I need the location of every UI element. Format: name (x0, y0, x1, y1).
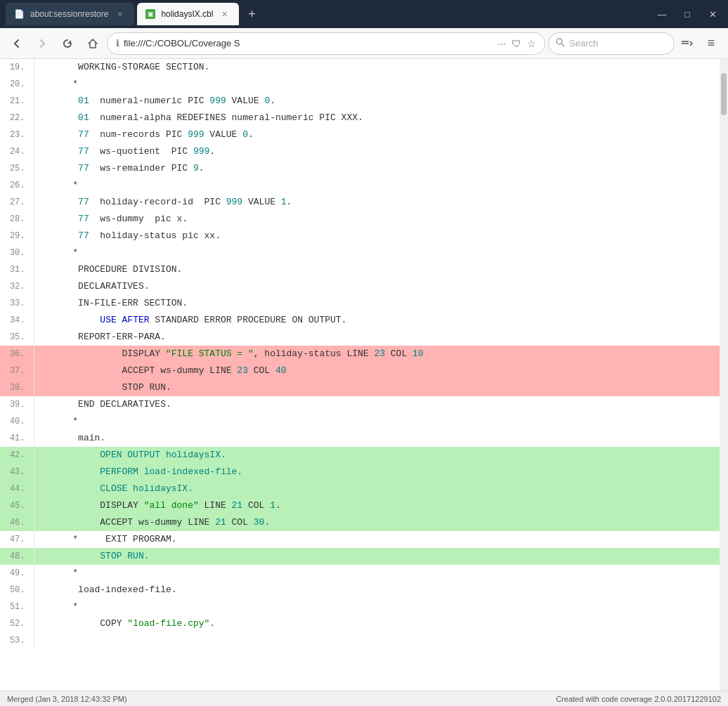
status-left: Merged (Jan 3, 2018 12:43:32 PM) (7, 695, 127, 703)
address-actions: ··· 🛡 ☆ (498, 38, 536, 49)
table-row: 44. CLOSE holidaysIX. (0, 481, 720, 497)
line-number: 32. (0, 278, 34, 295)
table-row: 23. 77 num-records PIC 999 VALUE 0. (0, 126, 720, 143)
forward-button[interactable] (31, 32, 53, 55)
line-number: 37. (0, 362, 34, 379)
table-row: 45. DISPLAY "all done" LINE 21 COL 1. (0, 497, 720, 514)
code-line: DISPLAY "all done" LINE 21 COL 1. (34, 497, 720, 514)
table-row: 20. * (0, 76, 720, 93)
table-row: 43. PERFORM load-indexed-file. (0, 464, 720, 481)
line-number: 31. (0, 261, 34, 278)
back-button[interactable] (6, 32, 28, 55)
refresh-button[interactable] (56, 32, 79, 55)
table-row: 40. * (0, 413, 720, 430)
code-line: * (34, 599, 720, 615)
code-line: ACCEPT ws-dummy LINE 23 COL 40 (34, 362, 720, 379)
table-row: 42. OPEN OUTPUT holidaysIX. (0, 447, 720, 464)
code-line: 77 ws-remainder PIC 9. (34, 160, 720, 177)
scrollbar-thumb[interactable] (721, 73, 727, 115)
line-number: 44. (0, 481, 34, 497)
close-button[interactable]: ✕ (703, 6, 722, 22)
nav-bar: ℹ file:///C:/COBOL/Coverage S ··· 🛡 ☆ Se… (0, 28, 728, 59)
code-line: OPEN OUTPUT holidaysIX. (34, 447, 720, 464)
line-number: 38. (0, 379, 34, 396)
tab-holidays[interactable]: ▣ holidaysIX.cbl ✕ (137, 3, 239, 25)
code-line (34, 632, 720, 649)
line-number: 40. (0, 413, 34, 430)
scrollbar[interactable] (720, 59, 728, 691)
home-button[interactable] (82, 32, 104, 55)
line-number: 42. (0, 447, 34, 464)
line-number: 49. (0, 565, 34, 582)
title-bar: 📄 about:sessionrestore ✕ ▣ holidaysIX.cb… (0, 0, 728, 28)
line-number: 26. (0, 177, 34, 194)
search-bar[interactable]: Search (548, 32, 675, 55)
line-number: 25. (0, 160, 34, 177)
pocket-icon[interactable]: 🛡 (512, 38, 521, 49)
code-line: STOP RUN. (34, 379, 720, 396)
line-number: 43. (0, 464, 34, 481)
line-number: 53. (0, 632, 34, 649)
minimize-button[interactable]: — (652, 6, 672, 22)
code-line: PERFORM load-indexed-file. (34, 464, 720, 481)
table-row: 29. 77 holiday-status pic xx. (0, 228, 720, 244)
line-number: 23. (0, 126, 34, 143)
code-table: 19. WORKING-STORAGE SECTION.20. *21. 01 … (0, 59, 720, 649)
code-line: END DECLARATIVES. (34, 396, 720, 413)
code-line: main. (34, 430, 720, 447)
code-line: COPY "load-file.cpy". (34, 615, 720, 632)
tab-session-restore[interactable]: 📄 about:sessionrestore ✕ (6, 3, 134, 25)
svg-point-0 (557, 39, 562, 44)
line-number: 51. (0, 599, 34, 615)
svg-line-1 (561, 44, 564, 46)
code-line: * (34, 244, 720, 261)
address-bar[interactable]: ℹ file:///C:/COBOL/Coverage S ··· 🛡 ☆ (107, 32, 545, 55)
table-row: 53. (0, 632, 720, 649)
hamburger-menu-button[interactable]: ≡ (700, 32, 722, 55)
code-line: STOP RUN. (34, 548, 720, 565)
line-number: 21. (0, 93, 34, 110)
code-line: * (34, 413, 720, 430)
address-text: file:///C:/COBOL/Coverage S (124, 38, 493, 48)
table-row: 47. * EXIT PROGRAM. (0, 531, 720, 548)
code-line: * (34, 76, 720, 93)
table-row: 51. * (0, 599, 720, 615)
nav-overflow-button[interactable] (677, 34, 697, 53)
code-line: 77 ws-quotient PIC 999. (34, 143, 720, 160)
table-row: 36. DISPLAY "FILE STATUS = ", holiday-st… (0, 346, 720, 362)
table-row: 50. load-indexed-file. (0, 582, 720, 599)
table-row: 33. IN-FILE-ERR SECTION. (0, 295, 720, 312)
line-number: 28. (0, 211, 34, 228)
tab-label-holidays: holidaysIX.cbl (161, 9, 213, 19)
new-tab-button[interactable]: + (242, 4, 261, 24)
code-container: 19. WORKING-STORAGE SECTION.20. *21. 01 … (0, 59, 728, 691)
line-number: 35. (0, 329, 34, 346)
search-placeholder: Search (569, 38, 598, 48)
code-line: 01 numeral-alpha REDEFINES numeral-numer… (34, 110, 720, 126)
line-number: 39. (0, 396, 34, 413)
code-line: 01 numeral-numeric PIC 999 VALUE 0. (34, 93, 720, 110)
table-row: 48. STOP RUN. (0, 548, 720, 565)
table-row: 41. main. (0, 430, 720, 447)
code-line: WORKING-STORAGE SECTION. (34, 59, 720, 76)
tab-close-holidays[interactable]: ✕ (219, 8, 230, 20)
bookmark-icon[interactable]: ☆ (527, 38, 536, 49)
table-row: 22. 01 numeral-alpha REDEFINES numeral-n… (0, 110, 720, 126)
code-line: DISPLAY "FILE STATUS = ", holiday-status… (34, 346, 720, 362)
table-row: 38. STOP RUN. (0, 379, 720, 396)
table-row: 28. 77 ws-dummy pic x. (0, 211, 720, 228)
table-row: 35. REPORT-ERR-PARA. (0, 329, 720, 346)
line-number: 30. (0, 244, 34, 261)
code-line: ACCEPT ws-dummy LINE 21 COL 30. (34, 514, 720, 531)
tab-close-session[interactable]: ✕ (114, 8, 126, 20)
table-row: 21. 01 numeral-numeric PIC 999 VALUE 0. (0, 93, 720, 110)
table-row: 46. ACCEPT ws-dummy LINE 21 COL 30. (0, 514, 720, 531)
more-options-icon[interactable]: ··· (498, 38, 506, 49)
code-area[interactable]: 19. WORKING-STORAGE SECTION.20. *21. 01 … (0, 59, 720, 691)
maximize-button[interactable]: □ (677, 6, 697, 22)
line-number: 19. (0, 59, 34, 76)
line-number: 24. (0, 143, 34, 160)
table-row: 49. * (0, 565, 720, 582)
search-icon (556, 38, 565, 49)
table-row: 24. 77 ws-quotient PIC 999. (0, 143, 720, 160)
